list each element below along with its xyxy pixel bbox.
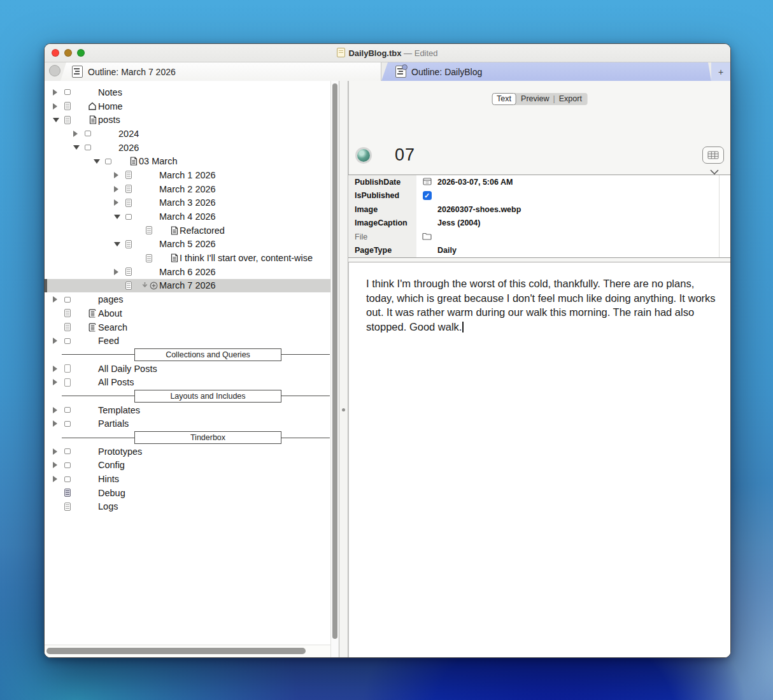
attribute-name: PublishDate (348, 175, 416, 189)
disclosure-expanded-icon[interactable] (53, 118, 64, 122)
disclosure-collapsed-icon[interactable] (53, 296, 64, 303)
new-tab-button[interactable]: + (711, 62, 730, 81)
attribute-value[interactable]: Jess (2004) (437, 218, 480, 227)
attribute-value[interactable]: Daily (437, 246, 457, 255)
titlebar[interactable]: DailyBlog.tbx — Edited (45, 44, 730, 62)
outline-row[interactable]: Feed (45, 334, 330, 348)
outline-row[interactable]: 2026 (45, 141, 330, 155)
attribute-row[interactable]: PublishDate2026-03-07, 5:06 AM (348, 175, 730, 189)
disclosure-collapsed-icon[interactable] (53, 103, 64, 110)
outline-row[interactable]: All Daily Posts (45, 362, 330, 376)
outline-row[interactable]: Config (45, 459, 330, 473)
attribute-row[interactable]: ImageCaptionJess (2004) (348, 217, 730, 231)
disclosure-collapsed-icon[interactable] (53, 420, 64, 427)
tab-export-view[interactable]: Export (559, 94, 582, 103)
attribute-row[interactable]: Image20260307-shoes.webp (348, 203, 730, 217)
disclosure-collapsed-icon[interactable] (53, 379, 64, 385)
outline-row[interactable]: Logs (45, 500, 330, 514)
tab-text-view[interactable]: Text (492, 93, 516, 105)
disclosure-collapsed-icon[interactable] (114, 172, 125, 178)
attribute-row[interactable]: IsPublished✓ (348, 189, 730, 203)
ispublished-checkbox[interactable]: ✓ (423, 191, 432, 200)
disclosure-expanded-icon[interactable] (114, 242, 125, 246)
vertical-scrollbar-thumb[interactable] (332, 83, 337, 639)
doclines-icon (89, 323, 97, 332)
pane-divider[interactable] (339, 81, 348, 657)
outline-row[interactable]: March 2 2026 (45, 182, 330, 196)
disclosure-collapsed-icon[interactable] (114, 269, 125, 275)
outline-row[interactable]: March 6 2026 (45, 265, 330, 279)
icon-gap (155, 226, 180, 235)
outline-row[interactable]: I think I'll start over, content-wise (45, 251, 330, 265)
outline-row[interactable]: Prototypes (45, 445, 330, 459)
disclosure-collapsed-icon[interactable] (53, 476, 64, 482)
outline-item-label: March 5 2026 (159, 239, 216, 249)
note-color-orb[interactable] (357, 149, 370, 162)
container-icon (64, 407, 71, 413)
outline-row[interactable]: posts (45, 113, 330, 127)
tab-outline-march7[interactable]: Outline: March 7 2026 (60, 62, 381, 81)
outline-row[interactable]: Home (45, 99, 330, 113)
disclosure-collapsed-icon[interactable] (53, 462, 64, 468)
outline-row[interactable]: Templates (45, 403, 330, 417)
outline-item-label: 2026 (118, 143, 139, 153)
outline-row[interactable]: About (45, 306, 330, 320)
note-body-text[interactable]: I think I'm through the worst of this co… (366, 276, 718, 334)
folder-icon (422, 231, 432, 243)
outline-row[interactable]: Debug (45, 486, 330, 500)
window-edited-status: Edited (415, 48, 438, 58)
doclines-icon (89, 309, 97, 318)
outline-row[interactable]: 03 March (45, 154, 330, 168)
attribute-value[interactable]: 20260307-shoes.webp (437, 205, 521, 214)
attribute-row[interactable]: File (348, 230, 730, 244)
tab-preview-view[interactable]: Preview (521, 94, 549, 103)
outline-row[interactable]: March 5 2026 (45, 238, 330, 252)
outline-row[interactable]: March 3 2026 (45, 196, 330, 210)
disclosure-collapsed-icon[interactable] (73, 131, 85, 137)
disclosure-collapsed-icon[interactable] (114, 199, 125, 206)
container-icon (64, 476, 71, 482)
disclosure-expanded-icon[interactable] (73, 145, 85, 150)
outline-row[interactable]: All Posts (45, 375, 330, 389)
arrow-down-icon[interactable] (141, 282, 148, 289)
attribute-icon-cell: ✓ (416, 191, 437, 200)
outline-row[interactable]: 2024 (45, 127, 330, 141)
attribute-table-button[interactable] (702, 146, 724, 164)
disclosure-collapsed-icon[interactable] (114, 186, 125, 192)
disclosure-collapsed-icon[interactable] (53, 89, 64, 96)
tab-outline-dailyblog[interactable]: Outline: DailyBlog (381, 62, 711, 81)
note-title[interactable]: 07 (395, 145, 415, 165)
disclosure-collapsed-icon[interactable] (53, 338, 64, 344)
tab-overview-circle[interactable] (49, 65, 60, 76)
attribute-row[interactable]: PageTypeDaily (348, 244, 730, 258)
vertical-scrollbar[interactable] (330, 81, 339, 657)
outline-item-label: Home (98, 101, 123, 111)
plus-circle-icon[interactable] (150, 282, 158, 290)
disclosure-expanded-icon[interactable] (114, 215, 125, 219)
outline-row[interactable]: March 4 2026 (45, 210, 330, 224)
disclosure-collapsed-icon[interactable] (53, 366, 64, 372)
disclosure-collapsed-icon[interactable] (53, 407, 64, 413)
horizontal-scrollbar[interactable] (45, 645, 330, 657)
divider-handle[interactable] (342, 408, 345, 411)
note-text-area[interactable]: I think I'm through the worst of this co… (348, 262, 730, 657)
outline-row[interactable]: March 1 2026 (45, 168, 330, 182)
outline-row[interactable]: March 7 2026 (45, 279, 330, 293)
outline-separator: Collections and Queries (45, 348, 330, 362)
outline-item-label: March 6 2026 (159, 267, 216, 277)
outline-row[interactable]: Notes (45, 85, 330, 99)
disclosure-expanded-icon[interactable] (94, 159, 105, 164)
outline-row[interactable]: Partials (45, 417, 330, 431)
document-icon (337, 48, 345, 57)
horizontal-scrollbar-thumb[interactable] (46, 648, 306, 654)
attribute-name: File (348, 230, 416, 244)
note-filled-icon (64, 489, 71, 497)
outline-row[interactable]: Refactored (45, 224, 330, 238)
outline-item-label: Prototypes (98, 446, 142, 457)
outline-row[interactable]: pages (45, 292, 330, 306)
attribute-value[interactable]: 2026-03-07, 5:06 AM (437, 178, 513, 187)
disclosure-collapsed-icon[interactable] (53, 448, 64, 455)
outline-row[interactable]: Hints (45, 472, 330, 486)
outline-item-label: March 1 2026 (159, 170, 216, 180)
outline-row[interactable]: Search (45, 320, 330, 334)
